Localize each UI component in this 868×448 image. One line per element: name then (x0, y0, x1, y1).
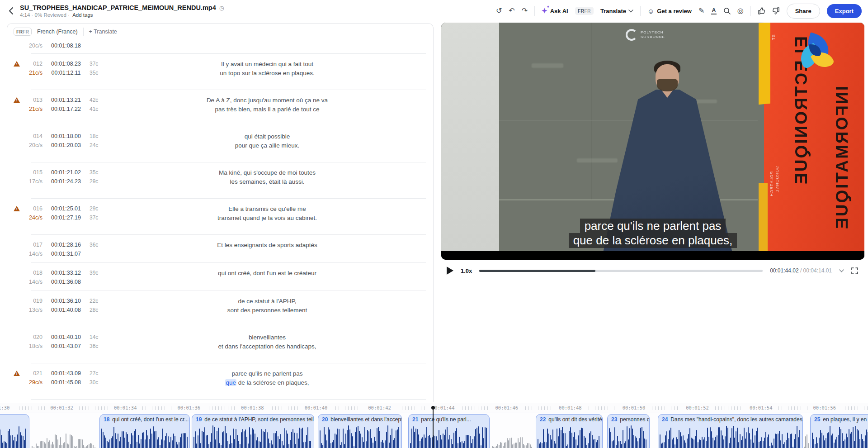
end-time[interactable]: 00:01:45.08 (42, 379, 90, 386)
subtitle-row[interactable]: 01221c/s00:01:08.2300:01:12.1137c35cIl y… (7, 54, 433, 90)
subtitle-row[interactable]: 01321c/s00:01:13.2100:01:17.2242c41cDe A… (7, 90, 433, 126)
end-time[interactable]: 00:01:20.03 (42, 142, 90, 148)
add-translation-button[interactable]: + Translate (89, 29, 117, 35)
subtitle-row[interactable]: 01814c/s00:01:33.1200:01:36.0839cqui ont… (7, 263, 433, 291)
cps-value: 13c/s (23, 307, 42, 313)
add-tags-button[interactable]: Add tags (72, 12, 93, 18)
end-time[interactable]: 00:01:27.19 (42, 214, 90, 221)
style-brush-button[interactable]: ✎ (698, 7, 704, 14)
timeline-subtitle-block[interactable]: 20bienveillantes et dans l'accept.. (318, 414, 402, 448)
start-time[interactable]: 00:01:36.10 (42, 298, 90, 304)
settings-button[interactable]: ◎ (737, 7, 744, 14)
subtitle-text-line1[interactable]: Ma kiné, qui s'occupe de moi toutes (110, 169, 424, 176)
language-badge[interactable]: FRFR (14, 28, 32, 36)
playhead[interactable] (433, 406, 434, 448)
warning-cell (11, 61, 23, 67)
start-time[interactable]: 00:01:08.23 (42, 61, 90, 67)
translate-dropdown[interactable]: Translate (600, 8, 633, 14)
subtitle-text-line1[interactable]: qui était possible (110, 133, 424, 140)
undo-button[interactable]: ↶ (509, 7, 514, 14)
fullscreen-button[interactable] (851, 267, 858, 274)
timeline-subtitle-block[interactable]: 22qu'ils ont dit des vérités, des choses… (536, 414, 603, 448)
subtitle-row-partial[interactable]: 20c/s00:01:08.18 (7, 40, 433, 54)
get-a-review-button[interactable]: ☺ Get a review (647, 7, 692, 15)
subtitle-text-line1[interactable]: Elle a transmis ce qu'elle me (110, 205, 424, 212)
subtitle-row[interactable]: 01517c/s00:01:21.0200:01:24.2335c29cMa k… (7, 162, 433, 199)
subtitle-text-line2[interactable]: les semaines, était là aussi. (110, 178, 424, 185)
share-button[interactable]: Share (787, 4, 820, 19)
end-time[interactable]: 00:01:43.07 (42, 343, 90, 349)
char-count-2: 35c (90, 70, 110, 76)
video-player[interactable]: ELECTRONIQUE INFORMATIQUE ST POLYTECH SO… (441, 23, 864, 260)
start-time[interactable]: 00:01:25.01 (42, 205, 90, 212)
char-count-1: 22c (90, 298, 110, 304)
subtitle-text-line2[interactable]: transmet quand je la vois au cabinet. (110, 214, 424, 221)
subtitle-text-line1[interactable]: Il y avait un médecin qui a fait tout (110, 61, 424, 67)
timeline-subtitle-block[interactable]: 24Dans mes "handi-copains", donc les aut… (658, 414, 803, 448)
timeline-subtitle-block[interactable]: 25en plaques, il y en a d... (810, 414, 868, 448)
end-time[interactable]: 00:01:36.08 (42, 279, 90, 285)
timeline-blocks: de sport...18qui ont créé, dont l'un est… (0, 413, 868, 448)
video-frame: ELECTRONIQUE INFORMATIQUE ST POLYTECH SO… (441, 23, 864, 251)
subtitle-text-line1[interactable]: bienveillantes (110, 334, 424, 341)
cps-value: 24c/s (23, 214, 42, 221)
subtitle-text-line1[interactable]: Et les enseignants de sports adaptés (110, 242, 424, 248)
language-pair-badge[interactable]: FRFR (575, 7, 594, 15)
progress-bar[interactable] (479, 270, 763, 272)
subtitle-text-line2[interactable]: que de la sclérose en plaques, (110, 379, 424, 386)
start-time[interactable]: 00:01:43.09 (42, 370, 90, 377)
subtitle-text-line1[interactable]: qui ont créé, dont l'un est le créateur (110, 270, 424, 276)
waveform (193, 425, 312, 448)
tick-label: 00:01:32 (45, 405, 79, 410)
timeline-subtitle-block[interactable]: 19de ce statut à l'APHP, sont des person… (192, 414, 314, 448)
start-time[interactable]: 00:01:21.02 (42, 169, 90, 176)
playback-speed-button[interactable]: 1.0x (461, 267, 472, 274)
end-time[interactable]: 00:01:24.23 (42, 178, 90, 185)
page-title[interactable]: SU_TROPHEES_HANDICAP_PATRICE_MEIMOUN_REN… (20, 4, 216, 11)
redo-button[interactable]: ↷ (522, 7, 528, 14)
subtitle-text-line2[interactable]: pas très bien, mais il a parlé de tout c… (110, 106, 424, 113)
subtitle-text-line1[interactable]: De A à Z, donc jusqu'au moment où ça ne … (110, 97, 424, 104)
subtitle-text-line1[interactable]: parce qu'ils ne parlent pas (110, 370, 424, 377)
subtitle-row[interactable]: 01913c/s00:01:36.1000:01:40.0822c28cde c… (7, 291, 433, 327)
timeline-subtitle-block[interactable]: de sport... (0, 414, 29, 448)
dislike-button[interactable] (772, 7, 780, 14)
history-button[interactable]: ↺ (496, 7, 502, 14)
subtitle-row[interactable]: 01714c/s00:01:28.1600:01:31.0736cEt les … (7, 235, 433, 263)
time-options-chevron[interactable] (839, 269, 844, 272)
end-time[interactable]: 00:01:12.11 (42, 70, 90, 76)
end-time[interactable]: 00:01:40.08 (42, 307, 90, 313)
subtitle-row[interactable]: 02129c/s00:01:43.0900:01:45.0827c30cparc… (7, 363, 433, 400)
subtitle-row[interactable]: 02018c/s00:01:40.1000:01:43.0714c36cbien… (7, 327, 433, 363)
spellcheck-button[interactable]: A (711, 7, 716, 14)
row-number: 017 (23, 242, 42, 248)
end-time[interactable]: 00:01:17.22 (42, 106, 90, 112)
timeline-subtitle-block[interactable]: 23personnes q... (607, 414, 650, 448)
play-button[interactable] (447, 267, 453, 275)
start-time[interactable]: 00:01:28.16 (42, 242, 90, 248)
start-time[interactable]: 00:01:40.10 (42, 334, 90, 340)
subtitle-row[interactable]: 01420c/s00:01:18.0000:01:20.0318c24cqui … (7, 126, 433, 162)
subtitle-row[interactable]: 01624c/s00:01:25.0100:01:27.1929c37cElle… (7, 199, 433, 235)
smiley-icon: ☺ (647, 7, 654, 15)
timeline-subtitle-block[interactable]: 21parce qu'ils ne parl... (408, 414, 490, 448)
block-text: qu'ils ont dit des vérités, des choses q… (548, 416, 602, 423)
export-button[interactable]: Export (827, 4, 862, 18)
like-button[interactable] (758, 7, 765, 14)
start-time[interactable]: 00:01:13.21 (42, 97, 90, 103)
char-count-1: 14c (90, 334, 110, 340)
subtitle-text-line2[interactable]: pour que ça aille mieux. (110, 142, 424, 149)
ask-ai-button[interactable]: ✦✦ Ask AI (542, 7, 568, 15)
timeline-block-label: 25en plaques, il y en a d... (811, 415, 868, 423)
subtitle-text-line2[interactable]: et dans l'acceptation des handicaps, (110, 343, 424, 350)
end-time[interactable]: 00:01:31.07 (42, 251, 90, 257)
subtitle-text-line2[interactable]: un topo sur la sclérose en plaques. (110, 70, 424, 76)
timeline-subtitle-block[interactable]: 18qui ont créé, dont l'un est le cr... (99, 414, 190, 448)
subtitle-text-line1[interactable]: de ce statut à l'APHP, (110, 298, 424, 305)
subtitle-text-line2[interactable]: sont des personnes tellement (110, 307, 424, 314)
search-button[interactable] (723, 7, 731, 14)
start-time[interactable]: 00:01:18.00 (42, 133, 90, 139)
start-time[interactable]: 00:01:33.12 (42, 270, 90, 276)
back-button[interactable] (5, 5, 17, 17)
timeline[interactable]: 00:01:3000:01:3200:01:3400:01:3600:01:38… (0, 403, 868, 448)
